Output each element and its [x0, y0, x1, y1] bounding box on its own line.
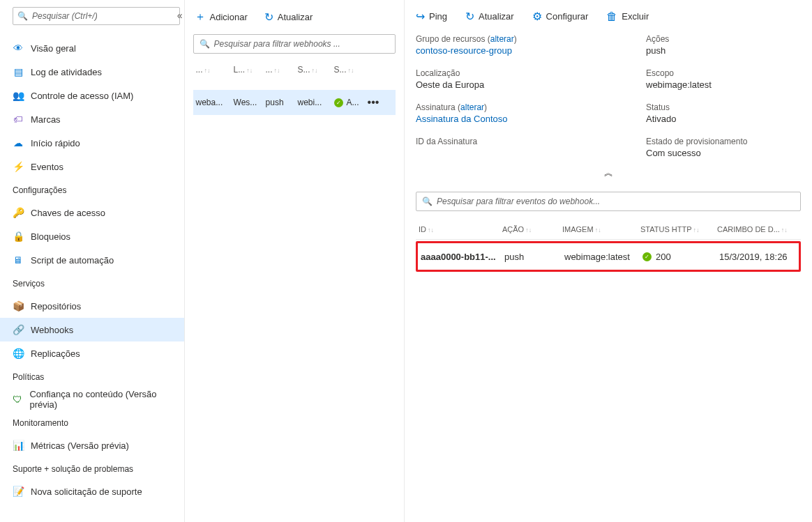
subscription-link[interactable]: Assinatura da Contoso [416, 114, 618, 124]
sidebar-item-label: Webhooks [31, 325, 73, 335]
nav-icon: 📝 [13, 486, 24, 497]
event-filter[interactable]: 🔍 Pesquisar para filtrar eventos do webh… [416, 192, 801, 211]
sidebar-search[interactable]: 🔍 Pesquisar (Ctrl+/) [13, 7, 180, 25]
change-sub-link[interactable]: alterar [460, 102, 484, 112]
ping-button[interactable]: ↪Ping [416, 10, 447, 23]
sidebar-group-header: Monitoramento [0, 411, 184, 433]
sidebar-item-label: Marcas [31, 114, 61, 125]
status-success-icon: ✓ [334, 98, 343, 107]
webhooks-panel: ＋ Adicionar ↻ Atualizar 🔍 Pesquisar para… [185, 0, 405, 522]
sidebar-item[interactable]: 🔗Webhooks [0, 318, 184, 341]
configure-button[interactable]: ⚙Configurar [532, 10, 589, 23]
sidebar-item-label: Visão geral [31, 43, 76, 54]
refresh-button[interactable]: ↻ Atualizar [264, 10, 313, 24]
sidebar-item[interactable]: ☁Início rápido [0, 131, 184, 155]
sidebar-group-header: Serviços [0, 272, 184, 294]
nav-icon: 🌐 [13, 348, 24, 359]
nav-icon: 📦 [13, 300, 24, 312]
sidebar-group-header: Suporte + solução de problemas [0, 457, 184, 479]
webhook-filter[interactable]: 🔍 Pesquisar para filtrar webhooks ... [193, 34, 396, 54]
nav-icon: 📊 [13, 440, 24, 451]
sidebar-item-label: Confiança no conteúdo (Versão prévia) [29, 389, 171, 410]
sidebar-item[interactable]: ⚡Eventos [0, 155, 184, 178]
sidebar-item-label: Replicações [31, 348, 80, 359]
status-success-icon: ✓ [642, 252, 652, 261]
search-icon: 🔍 [422, 197, 433, 206]
sidebar-item[interactable]: 📝Nova solicitação de suporte [0, 479, 184, 503]
sidebar-group-header: Políticas [0, 365, 184, 387]
refresh-icon: ↻ [465, 10, 474, 23]
nav-icon: 👁 [13, 43, 24, 54]
plus-icon: ＋ [195, 10, 206, 24]
sidebar-group-header: Configurações [0, 178, 184, 201]
change-rg-link[interactable]: alterar [490, 34, 514, 44]
sidebar-item-label: Script de automação [31, 255, 114, 266]
collapse-detail[interactable]: ︽ [416, 158, 801, 179]
add-button[interactable]: ＋ Adicionar [195, 10, 248, 24]
sidebar-item-label: Eventos [31, 162, 63, 172]
sidebar-item-label: Repositórios [31, 301, 81, 312]
sidebar-item[interactable]: 🖥Script de automação [0, 248, 184, 272]
nav-icon: 🖥 [13, 254, 24, 266]
sidebar-item[interactable]: 📊Métricas (Versão prévia) [0, 433, 184, 457]
sidebar-item-label: Chaves de acesso [31, 208, 105, 218]
trash-icon: 🗑 [606, 10, 617, 23]
sidebar-item[interactable]: 🔒Bloqueios [0, 224, 184, 248]
sidebar-item-label: Log de atividades [31, 67, 102, 77]
sidebar-item[interactable]: 👁Visão geral [0, 36, 184, 60]
nav-icon: 🔒 [13, 231, 24, 242]
ping-icon: ↪ [416, 10, 425, 23]
events-header: ID↑↓ AÇÃO↑↓ IMAGEM↑↓ STATUS HTTP↑↓ CARIM… [416, 218, 801, 240]
webhook-list-header: ...↑↓ L...↑↓ ...↑↓ S...↑↓ S...↑↓ [193, 61, 396, 79]
sidebar-item[interactable]: 🔑Chaves de acesso [0, 201, 184, 224]
sidebar-item-label: Controle de acesso (IAM) [31, 91, 133, 101]
nav-icon: 🏷 [13, 114, 24, 125]
refresh-button[interactable]: ↻Atualizar [465, 10, 514, 23]
sidebar-item-label: Nova solicitação de suporte [31, 486, 142, 497]
sidebar-item-label: Início rápido [31, 138, 80, 148]
row-menu-button[interactable]: ••• [368, 96, 379, 108]
event-row-highlight: aaaa0000-bb11-... push webimage:latest ✓… [416, 241, 801, 272]
nav-icon: ☁ [13, 137, 24, 148]
nav-icon: 🔗 [13, 324, 24, 335]
sidebar: « 🔍 Pesquisar (Ctrl+/) 👁Visão geral▤Log … [0, 0, 185, 522]
sidebar-item-label: Métricas (Versão prévia) [31, 440, 129, 451]
sidebar-item[interactable]: 👥Controle de acesso (IAM) [0, 84, 184, 107]
webhook-row[interactable]: weba... Wes... push webi... ✓ A... ••• [193, 90, 396, 115]
nav-icon: ▤ [13, 66, 24, 77]
event-row[interactable]: aaaa0000-bb11-... push webimage:latest ✓… [418, 243, 799, 270]
gear-icon: ⚙ [532, 10, 542, 23]
sidebar-item[interactable]: 🛡Confiança no conteúdo (Versão prévia) [0, 387, 184, 411]
search-icon: 🔍 [17, 11, 28, 21]
detail-panel: ↪Ping ↻Atualizar ⚙Configurar 🗑Excluir Gr… [405, 0, 812, 522]
sidebar-collapse[interactable]: « [177, 10, 183, 21]
search-icon: 🔍 [200, 39, 210, 49]
resource-group-link[interactable]: contoso-resource-group [416, 45, 618, 56]
delete-button[interactable]: 🗑Excluir [606, 10, 649, 23]
nav-icon: 🛡 [13, 394, 22, 405]
sidebar-search-placeholder: Pesquisar (Ctrl+/) [32, 11, 98, 21]
refresh-icon: ↻ [264, 10, 273, 24]
nav-icon: 👥 [13, 90, 24, 101]
sidebar-item[interactable]: 🏷Marcas [0, 107, 184, 131]
sidebar-item-label: Bloqueios [31, 231, 70, 242]
sidebar-item[interactable]: ▤Log de atividades [0, 60, 184, 84]
sidebar-item[interactable]: 📦Repositórios [0, 294, 184, 318]
nav-icon: 🔑 [13, 207, 24, 218]
nav-icon: ⚡ [13, 161, 24, 172]
sidebar-item[interactable]: 🌐Replicações [0, 341, 184, 365]
